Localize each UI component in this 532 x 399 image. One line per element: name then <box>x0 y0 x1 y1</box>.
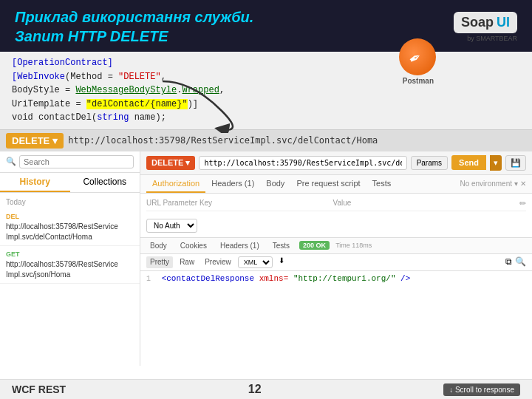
search-input[interactable] <box>19 155 134 168</box>
code-line3: BodyStyle = WebMessageBodyStyle.Wrapped, <box>12 83 520 98</box>
req-method-label: DELETE <box>151 158 183 167</box>
line-number: 1 <box>146 275 151 283</box>
resp-search-icon[interactable]: 🔍 <box>515 256 526 268</box>
status-badge: 200 OK <box>299 241 330 250</box>
soapui-text: UI <box>497 15 510 30</box>
code-line2: [WebInvoke(Method = "DELETE", <box>12 70 520 84</box>
bottom-bar: WCF REST 12 ↓ Scroll to response <box>0 379 532 399</box>
history-item[interactable]: DEL http://localhost:35798/RestServiceIm… <box>0 208 140 246</box>
response-header: Body Cookies Headers (1) Tests 200 OK Ti… <box>140 238 532 254</box>
code-block: [OperationContract] [WebInvoke(Method = … <box>0 52 532 130</box>
code-line1: [OperationContract] <box>12 56 520 70</box>
postman-ui: 🔍 History Collections Today DEL http://l… <box>0 151 532 366</box>
tab-headers[interactable]: Headers (1) <box>205 175 260 193</box>
req-method-chevron: ▾ <box>185 158 190 168</box>
soap-badge: SoapUI <box>454 12 517 33</box>
sidebar-tabs: History Collections <box>0 173 140 193</box>
resp-tab-body[interactable]: Body <box>146 240 171 251</box>
format-preview[interactable]: Preview <box>201 256 235 268</box>
header-title: Приклад використання служби. Запит HTTP … <box>15 7 253 46</box>
history-url-1: http://localhost:35798/RestServiceImpl.s… <box>6 222 134 242</box>
history-method-2: GET <box>6 250 20 258</box>
url-display: http://localhost:35798/RestServiceImpl.s… <box>68 135 526 146</box>
history-method-1: DEL <box>6 213 19 220</box>
right-main: DELETE ▾ Params Send ▾ 💾 Authorization H… <box>140 151 532 366</box>
kv-header: URL Parameter Key Value ✏ <box>146 197 526 211</box>
resp-tab-headers[interactable]: Headers (1) <box>216 240 263 251</box>
tab-body[interactable]: Body <box>260 175 290 193</box>
tab-authorization[interactable]: Authorization <box>146 175 205 193</box>
response-area: Body Cookies Headers (1) Tests 200 OK Ti… <box>140 237 532 286</box>
req-url-input[interactable] <box>199 156 406 170</box>
kv-area: URL Parameter Key Value ✏ <box>140 194 532 214</box>
method-badge: DELETE ▾ <box>6 133 64 149</box>
send-button[interactable]: Send <box>451 155 486 170</box>
xml-attr: xmlns= <box>259 274 289 283</box>
sidebar-content: Today DEL http://localhost:35798/RestSer… <box>0 193 140 366</box>
tab-pre-request[interactable]: Pre request script <box>290 175 366 193</box>
postman-logo: ✒ <box>399 38 436 75</box>
kv-col2-label: Value <box>333 199 520 208</box>
auth-content: No Auth <box>140 214 532 237</box>
auth-type-select[interactable]: No Auth <box>146 219 197 233</box>
code-line4: UriTemplate = "delContact/{name}")] <box>12 98 520 112</box>
search-bar: 🔍 <box>0 151 140 173</box>
tab-collections[interactable]: Collections <box>70 173 140 192</box>
format-raw[interactable]: Raw <box>176 256 198 268</box>
resp-tab-cookies[interactable]: Cookies <box>177 240 211 251</box>
request-bar: DELETE ▾ Params Send ▾ 💾 <box>140 151 532 175</box>
code-line5: void contactDel(string name); <box>12 111 520 125</box>
url-bar: DELETE ▾ http://localhost:35798/RestServ… <box>0 130 532 151</box>
soapui-logo: SoapUI by SMARTBEAR <box>454 12 517 42</box>
method-label: DELETE <box>12 135 50 146</box>
no-env: No environment ▾ ✕ <box>460 175 526 193</box>
tab-tests[interactable]: Tests <box>366 175 398 193</box>
search-icon: 🔍 <box>6 157 16 166</box>
no-env-chevron: ▾ <box>514 180 518 188</box>
footer-label: WCF REST <box>12 383 66 395</box>
req-method-badge: DELETE ▾ <box>146 156 195 170</box>
xml-close: /> <box>400 274 410 283</box>
resp-tab-tests[interactable]: Tests <box>269 240 293 251</box>
left-sidebar: 🔍 History Collections Today DEL http://l… <box>0 151 140 366</box>
scroll-to-response-button[interactable]: ↓ Scroll to response <box>443 383 520 396</box>
xml-val: "http://tempuri.org/" <box>293 274 396 283</box>
req-tabs: Authorization Headers (1) Body Pre reque… <box>140 175 532 194</box>
format-icon: ⬇ <box>279 256 284 268</box>
postman-label: Postman <box>403 77 434 85</box>
no-env-close[interactable]: ✕ <box>520 180 526 188</box>
postman-pen-icon: ✒ <box>406 45 430 69</box>
page-number: 12 <box>248 383 262 396</box>
resp-format-tabs: Pretty Raw Preview XML ⬇ ⧉ 🔍 <box>140 254 532 271</box>
copy-icon[interactable]: ⧉ <box>505 256 512 268</box>
title-line1: Приклад використання служби. <box>15 7 253 27</box>
format-pretty[interactable]: Pretty <box>146 256 173 268</box>
send-arrow-button[interactable]: ▾ <box>490 155 502 171</box>
response-code: 1 <contactDelResponse xmlns= "http://tem… <box>140 271 532 286</box>
soap-text: Soap <box>461 15 494 30</box>
tab-history[interactable]: History <box>0 173 70 192</box>
date-label: Today <box>0 196 140 208</box>
format-select[interactable]: XML <box>238 256 273 268</box>
params-button[interactable]: Params <box>411 156 448 170</box>
resp-time: Time 118ms <box>335 242 372 249</box>
title-line2: Запит HTTP DELETE <box>15 27 253 46</box>
kv-add-icon[interactable]: ✏ <box>519 199 526 208</box>
no-env-label: No environment <box>460 180 512 188</box>
history-url-2: http://localhost:35798/RestServiceImpl.s… <box>6 259 134 280</box>
header: Приклад використання служби. Запит HTTP … <box>0 0 532 52</box>
kv-col1-label: URL Parameter Key <box>146 199 333 208</box>
method-chevron: ▾ <box>52 135 58 146</box>
history-item-2[interactable]: GET http://localhost:35798/RestServiceIm… <box>0 246 140 284</box>
xml-response: <contactDelResponse <box>162 274 254 283</box>
smartbear-label: by SMARTBEAR <box>467 35 517 42</box>
save-button[interactable]: 💾 <box>505 155 526 171</box>
